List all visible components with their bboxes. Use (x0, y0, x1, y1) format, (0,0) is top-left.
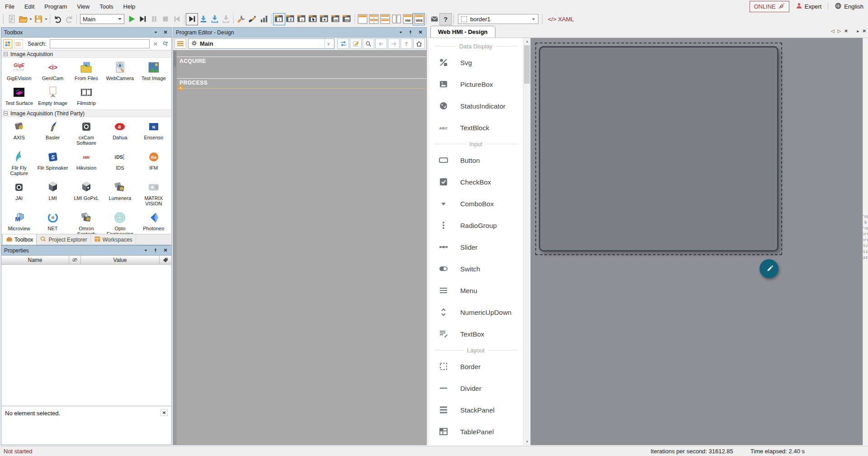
toolbox-item-omron-sentech[interactable]: Omron Sentech (70, 211, 103, 234)
toolbox-item-test-surface[interactable]: Test Surface (2, 86, 36, 106)
main-routine-combobox[interactable]: Main (80, 14, 124, 24)
xaml-view-button[interactable]: </> XAML (544, 16, 578, 23)
collapse-panel-button[interactable] (142, 247, 149, 254)
collapse-group-icon[interactable] (4, 52, 8, 56)
border1-element[interactable] (539, 46, 778, 252)
scroll-tabs-right-icon[interactable]: ▷ (837, 28, 841, 33)
wrench-button[interactable] (236, 14, 247, 25)
collapse-group-icon[interactable] (4, 111, 8, 115)
swap-view-button[interactable] (337, 38, 349, 49)
edit-button[interactable] (350, 38, 362, 49)
tab-web-hmi-design[interactable]: Web HMI - Design (430, 26, 495, 38)
close-panel-button[interactable]: ✕ (162, 29, 169, 36)
toolbox-item-gigevision[interactable]: GigEVISIONGigEVision (2, 61, 36, 81)
step-end-button[interactable] (137, 14, 148, 25)
hmi-design-canvas[interactable] (531, 38, 863, 445)
palette-item-textblock[interactable]: ABCTextBlock (429, 117, 523, 138)
menu-tools[interactable]: Tools (94, 0, 118, 13)
toolbox-item-ifm[interactable]: ifmIFM (137, 150, 170, 176)
toolbox-item-lmi-gopxl[interactable]: LMI GoPxL (70, 180, 103, 206)
hmi-element-combobox[interactable]: border1 (458, 14, 538, 24)
window-layout-single-button[interactable] (357, 14, 368, 25)
window-layout-grid-button[interactable] (368, 14, 379, 25)
palette-item-slider[interactable]: Slider (429, 236, 523, 258)
toolbox-item-filmstrip[interactable]: Filmstrip (70, 86, 103, 106)
close-message-button[interactable]: ✕ (160, 409, 168, 416)
toolbox-item-net[interactable]: NET (36, 211, 69, 234)
step-back-button[interactable] (171, 14, 182, 25)
workspace-iii-button[interactable]: III (296, 14, 307, 25)
palette-scrollbar[interactable]: ▲ ▼ (523, 38, 530, 445)
save-button[interactable] (33, 14, 44, 25)
dropdown-caret[interactable] (28, 14, 33, 24)
toolbox-item-photoneo[interactable]: Photoneo (137, 211, 170, 234)
palette-item-tablepanel[interactable]: TablePanel (429, 421, 523, 442)
toolbox-item-test-image[interactable]: Test Image (137, 61, 170, 81)
menu-edit[interactable]: Edit (19, 0, 39, 13)
close-panel-button[interactable]: ✕ (162, 247, 169, 254)
toolbox-item-flir-fly-capture[interactable]: Flir Fly Capture (2, 150, 36, 176)
palette-item-menu[interactable]: Menu (429, 280, 523, 301)
clear-search-icon[interactable] (151, 40, 160, 48)
toolbox-item-empty-image[interactable]: Empty Image (36, 86, 69, 106)
language-selector[interactable]: English (835, 2, 863, 11)
undo-button[interactable] (52, 14, 63, 25)
workspace-hmi-button[interactable]: HMI (330, 14, 341, 25)
run-to-end-button[interactable] (186, 14, 198, 25)
palette-item-combobox[interactable]: ComboBox (429, 193, 523, 214)
menu-help[interactable]: Help (118, 0, 141, 13)
help-button[interactable]: ? (440, 14, 451, 25)
palette-item-numericupdown[interactable]: NumericUpDown (429, 301, 523, 323)
home-button[interactable] (413, 38, 425, 49)
user-mode[interactable]: Expert (796, 2, 822, 10)
toolbox-item-opto-engineering[interactable]: Opto Engineering (103, 211, 137, 234)
online-status-badge[interactable]: ONLINE (750, 1, 789, 12)
window-layout-hmi-button[interactable]: HMI (402, 14, 413, 25)
run-button[interactable] (126, 14, 137, 25)
palette-item-divider[interactable]: Divider (429, 377, 523, 399)
toolbox-item-lmi[interactable]: LMI (36, 180, 69, 206)
stop-button[interactable] (160, 14, 171, 25)
toolbox-item-hikvision[interactable]: HIKHikvision (70, 150, 103, 176)
toolbox-item-basler[interactable]: Basler (36, 120, 69, 146)
menu-file[interactable]: File (0, 0, 19, 13)
close-panel-button[interactable]: ✕ (417, 29, 424, 36)
workspace-web-button[interactable]: WEB (341, 14, 353, 25)
toolbox-item-dahua[interactable]: aDahua (103, 120, 137, 146)
toolbox-item-ensenso[interactable]: NEnsenso (137, 120, 170, 146)
menu-view[interactable]: View (72, 0, 94, 13)
window-layout-cols-button[interactable] (391, 14, 402, 25)
pin-icon[interactable] (407, 29, 414, 36)
palette-item-button[interactable]: Button (429, 149, 523, 171)
advanced-search-icon[interactable] (161, 40, 170, 48)
toolbox-item-ids[interactable]: iDSIDS (103, 150, 137, 176)
palette-item-radiogroup[interactable]: RadioGroup (429, 214, 523, 236)
routine-combobox[interactable]: Main ∨ (188, 38, 335, 49)
toolbox-item-lumenera[interactable]: Lumenera (103, 180, 137, 206)
toolbox-group-header-image-acquisition[interactable]: Image Acquisition (1, 50, 171, 58)
tag-column-icon[interactable] (160, 256, 171, 264)
close-document-icon[interactable]: ✕ (844, 28, 848, 33)
toolbox-search-input[interactable] (50, 39, 150, 48)
tab-workspaces[interactable]: Workspaces (91, 234, 136, 245)
toolbox-item-genicam[interactable]: <i>GenICam (36, 61, 69, 81)
toolbox-item-jai[interactable]: JAI (2, 180, 36, 206)
edit-fab-button[interactable] (760, 259, 778, 278)
new-file-button[interactable] (6, 14, 17, 25)
download-button[interactable] (209, 14, 220, 25)
collapse-panel-button[interactable] (152, 29, 159, 36)
toolbox-item-axis[interactable]: AXIS (2, 120, 36, 146)
icon-view-button[interactable] (14, 39, 23, 48)
scroll-up-icon[interactable]: ▲ (524, 38, 531, 45)
workspace-star-button[interactable]: ★ (319, 14, 330, 25)
scrollbar-thumb[interactable] (524, 45, 530, 84)
menu-program[interactable]: Program (39, 0, 72, 13)
toolbox-item-microview[interactable]: MMicroview (2, 211, 36, 234)
name-column-header[interactable]: Name (1, 256, 69, 264)
palette-item-statusindicator[interactable]: StatusIndicator (429, 95, 523, 117)
search-button[interactable] (363, 38, 374, 49)
dropdown-caret[interactable] (44, 14, 48, 24)
toolbox-item-from-files[interactable]: From Files (70, 61, 103, 81)
palette-item-stackpanel[interactable]: StackPanel (429, 399, 523, 421)
tab-toolbox[interactable]: Toolbox (2, 234, 37, 245)
